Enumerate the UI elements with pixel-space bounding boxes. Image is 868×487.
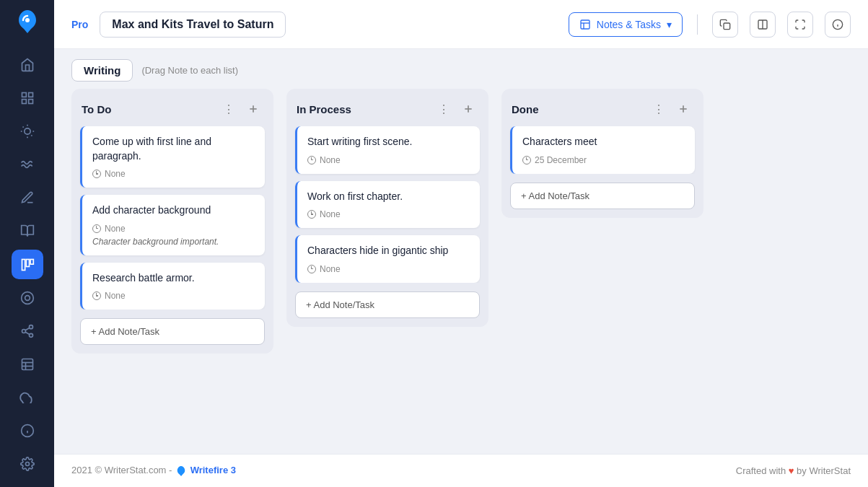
sidebar-item-cloud[interactable] — [12, 383, 43, 412]
card-title: Add character background — [92, 203, 255, 218]
clock-icon — [307, 265, 316, 273]
svg-point-29 — [25, 462, 29, 465]
svg-line-20 — [25, 332, 30, 334]
card-first-chapter[interactable]: Work on first chapter. None — [295, 181, 480, 229]
sidebar-item-share[interactable] — [12, 317, 43, 346]
column-done-add-icon-button[interactable] — [673, 99, 693, 119]
footer: 2021 © WriterStat.com - Writefire 3 Craf… — [54, 454, 868, 487]
svg-point-16 — [25, 295, 30, 300]
header-divider — [697, 14, 698, 35]
column-done-title: Done — [512, 103, 644, 115]
copy-icon-button[interactable] — [712, 12, 738, 38]
svg-point-17 — [29, 325, 32, 328]
kanban-board: To Do ⋮ Come up with first line and para… — [54, 89, 868, 454]
sidebar-item-ideas[interactable] — [12, 117, 43, 146]
column-todo-cards: Come up with first line and paragraph. N… — [71, 126, 273, 310]
sidebar-item-table[interactable] — [12, 350, 43, 379]
card-gigantic-ship[interactable]: Characters hide in gigantic ship None — [295, 235, 480, 283]
sidebar-item-writing[interactable] — [12, 183, 43, 212]
clock-icon — [307, 156, 316, 164]
sidebar-item-grid[interactable] — [12, 84, 43, 113]
column-done-header: Done ⋮ — [501, 89, 703, 126]
card-date: None — [307, 155, 470, 165]
column-todo-menu-button[interactable]: ⋮ — [219, 99, 239, 119]
writing-tab[interactable]: Writing — [71, 59, 133, 82]
main-content: Pro Max and Kits Travel to Saturn Notes … — [54, 0, 868, 487]
sub-header: Writing (Drag Note to each list) — [54, 49, 868, 89]
card-title: Start writing first scene. — [307, 135, 470, 149]
document-title[interactable]: Max and Kits Travel to Saturn — [100, 12, 286, 38]
clock-icon — [307, 210, 316, 219]
column-todo-title: To Do — [82, 103, 214, 115]
card-character-background[interactable]: Add character background None Character … — [80, 195, 265, 255]
svg-line-21 — [25, 328, 30, 330]
card-title: Work on first chapter. — [307, 190, 470, 204]
sidebar-item-home[interactable] — [12, 51, 43, 79]
fullscreen-icon-button[interactable] — [787, 12, 813, 38]
column-done-menu-button[interactable]: ⋮ — [649, 99, 669, 119]
card-title: Research battle armor. — [92, 271, 255, 286]
inprocess-add-note-button[interactable]: + Add Note/Task — [295, 291, 480, 318]
card-battle-armor[interactable]: Research battle armor. None — [80, 263, 265, 310]
info-icon-button[interactable] — [825, 12, 851, 38]
sidebar — [0, 0, 54, 487]
column-done: Done ⋮ Characters meet 25 December + Add… — [501, 89, 703, 218]
card-date: None — [307, 264, 470, 274]
clock-icon — [92, 291, 101, 300]
clock-icon — [522, 156, 531, 164]
footer-right: Crafted with ♥ by WriterStat — [736, 465, 851, 476]
svg-rect-30 — [581, 20, 589, 29]
card-date: None — [307, 209, 470, 219]
svg-point-5 — [24, 128, 30, 134]
svg-rect-1 — [22, 93, 26, 97]
svg-rect-13 — [26, 259, 29, 266]
clock-icon — [92, 170, 101, 178]
column-inprocess-menu-button[interactable]: ⋮ — [434, 99, 454, 119]
header: Pro Max and Kits Travel to Saturn Notes … — [54, 0, 868, 49]
card-date: None — [92, 169, 255, 179]
column-inprocess-title: In Process — [297, 103, 429, 115]
card-note: Character background important. — [92, 237, 255, 247]
clock-icon — [92, 224, 101, 233]
todo-add-note-button[interactable]: + Add Note/Task — [80, 318, 265, 345]
footer-heart: ♥ — [789, 465, 797, 476]
svg-point-0 — [25, 18, 30, 22]
svg-point-19 — [29, 333, 32, 337]
card-title: Characters hide in gigantic ship — [307, 244, 470, 258]
sidebar-item-settings[interactable] — [12, 449, 43, 478]
svg-rect-12 — [22, 259, 25, 270]
card-first-line[interactable]: Come up with first line and paragraph. N… — [80, 126, 265, 188]
card-first-scene[interactable]: Start writing first scene. None — [295, 126, 480, 174]
card-title: Come up with first line and paragraph. — [92, 135, 255, 163]
sidebar-item-circle[interactable] — [12, 284, 43, 312]
svg-rect-33 — [724, 23, 730, 30]
svg-rect-2 — [28, 93, 32, 97]
layout-icon-button[interactable] — [750, 12, 776, 38]
card-date: None — [92, 291, 255, 301]
card-characters-meet[interactable]: Characters meet 25 December — [510, 126, 695, 174]
pro-badge: Pro — [71, 19, 88, 30]
column-todo-add-icon-button[interactable] — [243, 99, 263, 119]
svg-point-15 — [21, 291, 33, 304]
column-inprocess: In Process ⋮ Start writing first scene. … — [286, 89, 488, 327]
card-date: 25 December — [522, 155, 685, 165]
svg-line-8 — [22, 127, 23, 128]
svg-rect-22 — [22, 359, 32, 369]
column-todo-header: To Do ⋮ — [71, 89, 273, 126]
sidebar-item-book[interactable] — [12, 216, 43, 245]
svg-line-9 — [31, 135, 32, 136]
app-logo[interactable] — [14, 9, 41, 35]
column-inprocess-header: In Process ⋮ — [286, 89, 488, 126]
done-add-note-button[interactable]: + Add Note/Task — [510, 183, 695, 209]
column-inprocess-cards: Start writing first scene. None Work on … — [286, 126, 488, 283]
svg-rect-14 — [30, 259, 33, 264]
notes-tasks-button[interactable]: Notes & Tasks ▾ — [569, 12, 683, 37]
sidebar-item-info[interactable] — [12, 416, 43, 445]
sidebar-item-waves[interactable] — [12, 150, 43, 179]
card-title: Characters meet — [522, 135, 685, 149]
sidebar-item-board[interactable] — [12, 250, 43, 278]
footer-left: 2021 © WriterStat.com - Writefire 3 — [71, 465, 236, 477]
column-done-cards: Characters meet 25 December — [501, 126, 703, 174]
column-inprocess-add-icon-button[interactable] — [458, 99, 478, 119]
svg-point-18 — [22, 329, 25, 333]
